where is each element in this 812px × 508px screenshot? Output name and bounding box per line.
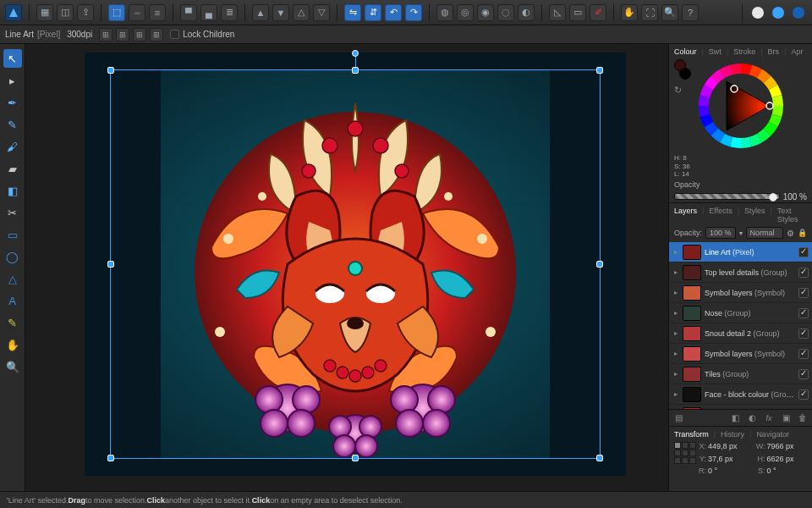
pen-tool[interactable]: ✒ [3, 93, 22, 112]
fill-tool[interactable]: ▰ [3, 159, 22, 178]
align-bottom-icon[interactable]: ▄ [200, 4, 217, 21]
colour-tab-brs[interactable]: Brs [768, 47, 780, 56]
rotate-cw-icon[interactable]: ↷ [405, 4, 422, 21]
flip-v-icon[interactable]: ⇵ [365, 4, 381, 21]
layer-opacity-field[interactable]: 100 % [705, 227, 736, 239]
zoom-icon[interactable]: 🔍 [661, 4, 678, 21]
add-layer-icon[interactable]: ▣ [780, 412, 792, 424]
swap-icon[interactable]: ↻ [674, 85, 682, 96]
visibility-toggle[interactable] [798, 268, 809, 278]
persona-export-icon[interactable] [790, 4, 807, 21]
brush-tool[interactable]: 🖌 [3, 137, 22, 156]
align-top-icon[interactable]: ▀ [180, 4, 197, 21]
colour-tab-swt[interactable]: Swt [709, 47, 721, 56]
layer-row[interactable]: ▸Face - block colour (Group) [669, 384, 812, 405]
gear-icon[interactable]: ⚙ [787, 229, 794, 238]
layers-tab-styles[interactable]: Styles [744, 207, 765, 224]
boolean-sub-icon[interactable]: ◎ [457, 4, 474, 21]
transform-tab-navigator[interactable]: Navigator [756, 430, 789, 439]
adjust-icon[interactable]: ◐ [746, 412, 758, 424]
lock-icon[interactable]: 🔒 [798, 229, 807, 237]
fill-stroke-swatches[interactable]: ↻ [674, 59, 691, 152]
anchor-icon[interactable]: ⬚ [108, 4, 125, 21]
persona-designer-icon[interactable] [749, 4, 766, 21]
visibility-toggle[interactable] [798, 369, 809, 379]
corner-icon[interactable]: ◺ [549, 4, 566, 21]
layers-tab-text-styles[interactable]: Text Styles [777, 207, 807, 224]
disclosure-icon[interactable]: ▸ [672, 370, 679, 378]
colour-tab-colour[interactable]: Colour [674, 47, 697, 56]
smart-icon[interactable]: ◫ [57, 4, 74, 21]
disclosure-icon[interactable]: ▸ [672, 289, 679, 296]
layer-row[interactable]: ▸Snout detail 2 (Group) [669, 323, 812, 344]
layer-row[interactable]: ▸Top level details (Group) [669, 262, 812, 283]
select-parent-icon[interactable]: ⊞ [116, 28, 129, 41]
distribute-icon[interactable]: ≣ [221, 4, 238, 21]
select-all-icon[interactable]: ⊞ [99, 28, 112, 41]
layer-row[interactable]: ▸Line Art (Pixel) [669, 242, 812, 262]
checkbox-icon[interactable] [170, 30, 179, 39]
fx-icon[interactable]: fx [763, 412, 775, 424]
disclosure-icon[interactable]: ▸ [672, 309, 679, 317]
pencil-tool[interactable]: ✎ [3, 115, 22, 134]
lock-children-toggle[interactable]: Lock Children [170, 30, 234, 39]
layers-tab-effects[interactable]: Effects [709, 207, 732, 224]
back-step-icon[interactable]: ▽ [313, 4, 330, 21]
visibility-toggle[interactable] [798, 247, 809, 257]
layer-row[interactable]: ▸Symbol layers (Symbol) [669, 344, 812, 364]
send-back-icon[interactable]: ▼ [272, 4, 289, 21]
s-field[interactable]: S:0 ° [754, 467, 808, 475]
hand-icon[interactable]: ✋ [621, 4, 638, 21]
transform-tab-transform[interactable]: Transform [674, 430, 709, 439]
front-step-icon[interactable]: △ [293, 4, 310, 21]
text-tool[interactable]: A [3, 291, 22, 310]
pen-mode-icon[interactable]: ✐ [590, 4, 606, 21]
outline-icon[interactable]: ▭ [569, 4, 586, 21]
join-icon[interactable]: ⎓ [129, 4, 145, 21]
zoom-tool[interactable]: 🔍 [3, 357, 22, 376]
opacity-slider[interactable] [674, 193, 780, 200]
crop-tool[interactable]: ✂ [3, 203, 22, 222]
visibility-toggle[interactable] [798, 349, 809, 359]
canvas-area[interactable] [25, 44, 668, 491]
ruler-icon[interactable]: ≡ [149, 4, 166, 21]
boolean-div-icon[interactable]: ◐ [518, 4, 535, 21]
visibility-toggle[interactable] [798, 389, 809, 400]
transform-tab-history[interactable]: History [721, 430, 744, 439]
visibility-toggle[interactable] [798, 308, 809, 318]
shape-rect-tool[interactable]: ▭ [3, 225, 22, 244]
anchor-widget[interactable] [674, 442, 696, 464]
colour-tab-apr[interactable]: Apr [791, 47, 803, 56]
disclosure-icon[interactable]: ▸ [672, 350, 679, 357]
boolean-int-icon[interactable]: ◉ [477, 4, 494, 21]
h-field[interactable]: H:6626 px [754, 455, 808, 465]
layers-list[interactable]: ▸Line Art (Pixel)▸Top level details (Gro… [669, 242, 812, 409]
layer-row[interactable]: ▸Nose (Group) [669, 303, 812, 323]
layer-row[interactable]: ▸Tiles (Group) [669, 364, 812, 384]
y-field[interactable]: Y:37,6 px [694, 455, 749, 465]
rotate-ccw-icon[interactable]: ↶ [385, 4, 402, 21]
document-canvas[interactable] [85, 52, 626, 476]
stroke-swatch[interactable] [679, 68, 691, 80]
select-child-icon[interactable]: ⊞ [133, 28, 146, 41]
grid-icon[interactable]: ▦ [36, 4, 53, 21]
visibility-toggle[interactable] [798, 288, 809, 298]
shape-triangle-tool[interactable]: △ [3, 269, 22, 288]
move-tool[interactable]: ↖ [3, 49, 22, 68]
select-prev-icon[interactable]: ⊞ [150, 28, 163, 41]
pan-tool[interactable]: ✋ [3, 335, 22, 354]
blend-mode-select[interactable]: Normal [746, 227, 783, 239]
help-icon[interactable]: ? [682, 4, 699, 21]
delete-icon[interactable]: 🗑 [797, 412, 809, 424]
layers-mode-icon[interactable]: ▤ [672, 412, 684, 424]
colour-picker-tool[interactable]: ✎ [3, 313, 22, 332]
disclosure-icon[interactable]: ▸ [672, 268, 679, 276]
fit-icon[interactable]: ⛶ [641, 4, 658, 21]
visibility-toggle[interactable] [798, 329, 809, 339]
colour-tab-stroke[interactable]: Stroke [733, 47, 755, 56]
boolean-xor-icon[interactable]: ◌ [497, 4, 514, 21]
w-field[interactable]: W:7966 px [754, 442, 808, 452]
bring-front-icon[interactable]: ▲ [252, 4, 269, 21]
node-tool[interactable]: ▸ [3, 71, 22, 90]
share-icon[interactable]: ⇪ [77, 4, 94, 21]
